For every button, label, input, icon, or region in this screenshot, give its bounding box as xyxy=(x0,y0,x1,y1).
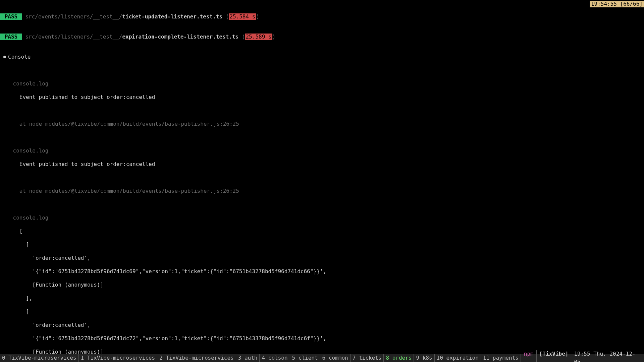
console-log-message: Event published to subject order:cancell… xyxy=(0,161,644,168)
pass-badge: PASS xyxy=(0,34,22,40)
tmux-window-tab[interactable]: 7 tickets xyxy=(351,354,384,362)
test-result-line: PASS src/events/listeners/__test__/expir… xyxy=(0,34,644,40)
log-item: '{"id":"6751b43278bd5f96d741dc69","versi… xyxy=(0,268,644,275)
tmux-window-tab[interactable]: 0 TixVibe-microservices xyxy=(0,354,79,362)
terminal-output: PASS src/events/listeners/__test__/ticke… xyxy=(0,0,644,362)
tmux-window-tab[interactable]: 5 client xyxy=(290,354,320,362)
test-result-line: PASS src/events/listeners/__test__/ticke… xyxy=(0,13,644,20)
tmux-window-tab[interactable]: 1 TixVibe-microservices xyxy=(79,354,158,362)
console-log-stack: at node_modules/@tixvibe/common/build/ev… xyxy=(0,188,644,194)
log-item: [Function (anonymous)] xyxy=(0,282,644,288)
log-inner-open: [ xyxy=(0,241,644,248)
status-session: [TixVibe] xyxy=(536,350,571,362)
test-path-file: ticket-updated-listener.test.ts xyxy=(122,13,222,20)
console-label: Console xyxy=(8,54,31,60)
test-duration: 25.589 s xyxy=(245,34,272,40)
bullet-icon xyxy=(3,56,6,58)
tmux-window-tab[interactable]: 2 TixVibe-microservices xyxy=(157,354,236,362)
test-path-dir: src/events/listeners/__test__/ xyxy=(25,13,122,20)
tmux-window-tab[interactable]: 3 auth xyxy=(236,354,260,362)
tmux-window-tab[interactable]: 10 expiration xyxy=(435,354,481,362)
tmux-window-tab[interactable]: 6 common xyxy=(320,354,351,362)
test-path-dir: src/events/listeners/__test__/ xyxy=(25,34,122,40)
tmux-window-tab[interactable]: 11 payments xyxy=(481,354,521,362)
log-item: 'order:cancelled', xyxy=(0,322,644,328)
tmux-window-tab[interactable]: 9 k8s xyxy=(414,354,434,362)
pass-badge: PASS xyxy=(0,13,22,20)
console-log-header: console.log xyxy=(0,147,644,154)
console-log-header: console.log xyxy=(0,215,644,221)
tmux-window-tab[interactable]: 4 colson xyxy=(260,354,290,362)
log-item: 'order:cancelled', xyxy=(0,255,644,261)
status-process: npm xyxy=(521,350,536,362)
log-inner-open: [ xyxy=(0,308,644,315)
console-section-header: Console xyxy=(0,54,644,60)
tmux-window-tab[interactable]: 8 orders xyxy=(384,354,414,362)
log-inner-close: ], xyxy=(0,295,644,302)
status-clock: 19:55 Thu, 2024-12-05 xyxy=(571,350,644,362)
console-log-stack: at node_modules/@tixvibe/common/build/ev… xyxy=(0,121,644,127)
test-duration: 25.584 s xyxy=(229,13,256,20)
terminal-clock-badge: 19:54:55 [66/66] xyxy=(590,1,644,7)
test-path-file: expiration-complete-listener.test.ts xyxy=(122,34,238,40)
log-item: '{"id":"6751b43278bd5f96d741dc72","versi… xyxy=(0,335,644,342)
console-log-header: console.log xyxy=(0,80,644,87)
console-log-message: Event published to subject order:cancell… xyxy=(0,94,644,101)
log-array-open: [ xyxy=(0,228,644,235)
tmux-status-bar: 0 TixVibe-microservices1 TixVibe-microse… xyxy=(0,354,644,362)
